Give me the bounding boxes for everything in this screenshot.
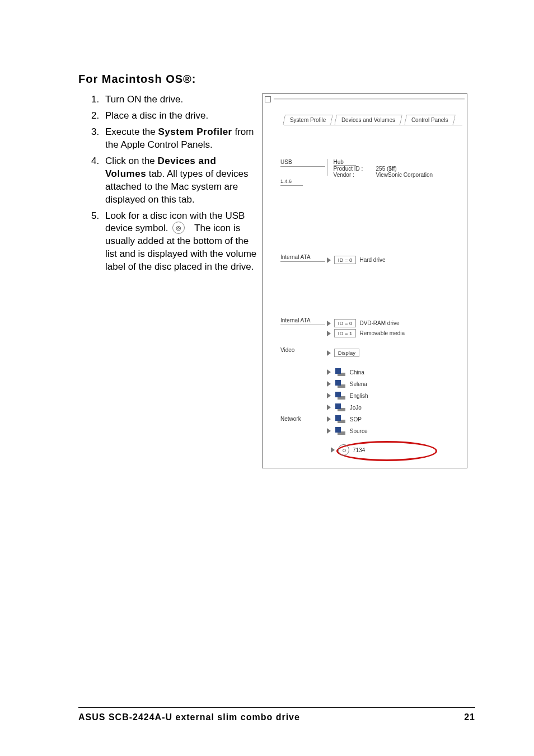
highlight-ellipse bbox=[336, 441, 437, 461]
step-3-bold: System Profiler bbox=[158, 126, 232, 137]
disclosure-triangle-icon[interactable] bbox=[327, 257, 331, 263]
usb-disc-icon: ◎ bbox=[172, 222, 185, 234]
disclosure-triangle-icon[interactable] bbox=[327, 350, 331, 356]
network-share-icon bbox=[334, 367, 346, 377]
tab-label: Devices and Volumes bbox=[341, 117, 395, 123]
usb-hub-label: Hub bbox=[334, 159, 356, 166]
disclosure-triangle-icon[interactable] bbox=[327, 331, 331, 336]
vendor-value: ViewSonic Corporation bbox=[376, 172, 433, 178]
step-5: Look for a disc icon with the USB device… bbox=[102, 210, 257, 274]
product-id-label: Product ID : bbox=[334, 166, 376, 172]
network-item: English bbox=[350, 393, 368, 399]
video-display: Display bbox=[334, 349, 359, 357]
ata2-label: Internal ATA bbox=[280, 317, 325, 325]
tab-label: Control Panels bbox=[411, 117, 448, 123]
internal-ata-1: Internal ATA ID = 0 Hard drive bbox=[280, 254, 457, 266]
step-4-prefix: Click on the bbox=[105, 156, 158, 166]
ata2-id0: ID = 0 bbox=[334, 319, 357, 327]
network-item: Selena bbox=[350, 381, 367, 387]
usb-section: USB Hub Product ID :255 ($ff) Vendor :Vi… bbox=[280, 159, 457, 186]
tab-control-panels[interactable]: Control Panels bbox=[404, 115, 455, 125]
disclosure-triangle-icon[interactable] bbox=[327, 381, 331, 387]
network-share-icon bbox=[334, 391, 346, 401]
network-section: Network China Selena English JoJo SOP So… bbox=[280, 365, 457, 438]
section-heading: For Macintosh OS®: bbox=[78, 73, 475, 86]
step-3: Execute the System Profiler from the App… bbox=[102, 126, 257, 152]
window-close-box[interactable] bbox=[265, 96, 271, 102]
disclosure-triangle-icon[interactable] bbox=[331, 447, 335, 453]
tab-system-profile[interactable]: System Profile bbox=[283, 115, 333, 125]
ata2-dev0: DVD-RAM drive bbox=[359, 320, 399, 326]
tab-bar: System Profile Devices and Volumes Contr… bbox=[284, 113, 462, 125]
disclosure-triangle-icon[interactable] bbox=[327, 416, 331, 422]
page-footer: ASUS SCB-2424A-U external slim combo dri… bbox=[78, 707, 475, 722]
step-3-prefix: Execute the bbox=[105, 126, 158, 137]
network-item: China bbox=[350, 369, 364, 375]
tab-label: System Profile bbox=[290, 117, 326, 123]
network-share-icon bbox=[334, 426, 346, 436]
step-2: Place a disc in the drive. bbox=[102, 110, 257, 123]
disclosure-triangle-icon[interactable] bbox=[327, 369, 331, 375]
disc-volume-row: 7134 bbox=[280, 444, 457, 456]
network-item: JoJo bbox=[350, 405, 362, 411]
step-4: Click on the Devices and Volumes tab. Al… bbox=[102, 155, 257, 206]
system-profiler-screenshot: System Profile Devices and Volumes Contr… bbox=[262, 93, 467, 468]
instructions-list: Turn ON the drive. Place a disc in the d… bbox=[78, 93, 257, 468]
product-id-value: 255 ($ff) bbox=[376, 166, 397, 172]
network-label: Network bbox=[280, 416, 325, 423]
ata2-dev1: Removable media bbox=[359, 330, 405, 336]
network-share-icon bbox=[334, 379, 346, 389]
ata1-id: ID = 0 bbox=[334, 256, 357, 264]
ata2-id1: ID = 1 bbox=[334, 329, 357, 337]
page-number: 21 bbox=[464, 712, 475, 722]
ata1-device: Hard drive bbox=[359, 257, 385, 263]
footer-title: ASUS SCB-2424A-U external slim combo dri… bbox=[78, 712, 300, 722]
vendor-label: Vendor : bbox=[334, 172, 376, 178]
step-1: Turn ON the drive. bbox=[102, 93, 257, 106]
network-share-icon bbox=[334, 414, 346, 424]
disclosure-triangle-icon[interactable] bbox=[327, 405, 331, 410]
network-share-icon bbox=[334, 402, 346, 412]
network-item: Source bbox=[350, 428, 368, 434]
tab-devices-and-volumes[interactable]: Devices and Volumes bbox=[335, 115, 403, 125]
disclosure-triangle-icon[interactable] bbox=[327, 321, 331, 326]
usb-label: USB bbox=[280, 159, 325, 167]
video-section: Video Display bbox=[280, 347, 457, 359]
disclosure-triangle-icon[interactable] bbox=[327, 393, 331, 398]
internal-ata-2: Internal ATA ID = 0 DVD-RAM drive ID = 1… bbox=[280, 317, 457, 339]
usb-disc-icon bbox=[338, 444, 349, 456]
ata1-label: Internal ATA bbox=[280, 254, 325, 262]
network-item: SOP bbox=[350, 416, 362, 422]
window-titlebar-stripes bbox=[274, 98, 465, 101]
usb-version: 1.4.6 bbox=[280, 179, 303, 186]
video-label: Video bbox=[280, 347, 325, 354]
disclosure-triangle-icon[interactable] bbox=[327, 428, 331, 434]
